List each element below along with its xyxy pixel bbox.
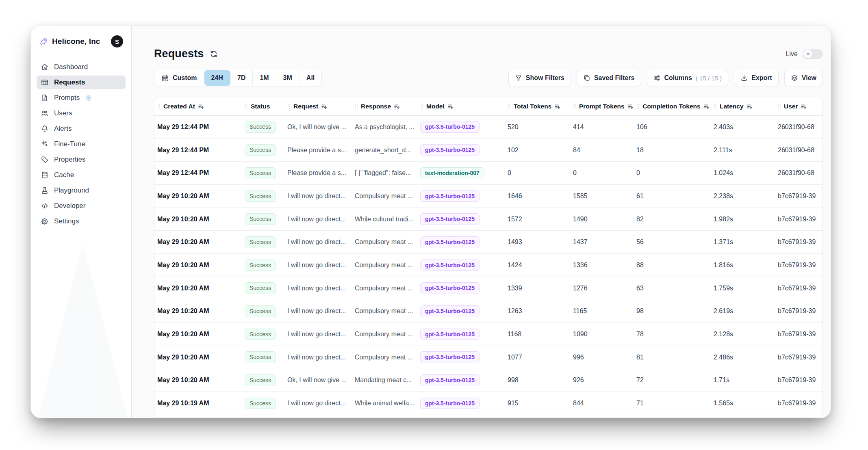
response-cell: Compulsory meat ... — [355, 193, 420, 200]
table-row[interactable]: May 29 10:20 AM Success I will now go di… — [154, 346, 822, 369]
model-badge: gpt-3.5-turbo-0125 — [420, 213, 480, 225]
table-row[interactable]: May 29 12:44 PM Success Ok, I will now g… — [154, 116, 822, 139]
sidebar-item-properties[interactable]: Properties — [37, 153, 126, 167]
time-range-7d[interactable]: 7D — [230, 70, 253, 86]
status-cell: Success — [245, 351, 287, 363]
table-row[interactable]: May 29 10:20 AM Success Ok, I will now g… — [154, 369, 822, 392]
table-row[interactable]: May 29 10:20 AM Success I will now go di… — [154, 208, 822, 231]
model-badge: gpt-3.5-turbo-0125 — [420, 236, 480, 248]
org-switcher[interactable]: Helicone, Inc S — [37, 35, 126, 55]
sort-icon[interactable] — [746, 104, 752, 109]
table-row[interactable]: May 29 12:44 PM Success Please provide a… — [154, 162, 822, 185]
status-cell: Success — [245, 236, 287, 248]
column-header-user[interactable]: User — [778, 103, 822, 110]
time-range-3m[interactable]: 3M — [276, 70, 299, 86]
status-badge: Success — [245, 305, 276, 317]
sidebar-item-alerts[interactable]: Alerts — [37, 122, 126, 136]
prompt-tokens-cell: 84 — [573, 147, 636, 154]
drag-handle-icon[interactable] — [573, 104, 576, 109]
time-range-1m[interactable]: 1M — [253, 70, 276, 86]
column-header-request[interactable]: Request — [287, 103, 355, 110]
drag-handle-icon[interactable] — [508, 104, 511, 109]
response-cell: Compulsory meat ... — [355, 354, 420, 361]
time-range-all[interactable]: All — [299, 70, 321, 86]
created-at-cell: May 29 10:20 AM — [157, 238, 245, 246]
drag-handle-icon[interactable] — [355, 104, 358, 109]
completion-tokens-cell: 81 — [636, 354, 714, 361]
column-header-model[interactable]: Model — [420, 103, 508, 110]
column-header-created-at[interactable]: Created At — [157, 103, 245, 110]
model-cell: gpt-3.5-turbo-0125 — [420, 121, 508, 133]
download-icon — [740, 74, 748, 82]
sort-icon[interactable] — [801, 104, 806, 109]
completion-tokens-cell: 56 — [636, 238, 714, 246]
status-cell: Success — [245, 190, 287, 202]
sidebar-item-dashboard[interactable]: Dashboard — [37, 60, 126, 74]
saved-filters-button[interactable]: Saved Filters — [577, 70, 641, 86]
model-badge: text-moderation-007 — [420, 167, 484, 179]
sidebar-item-developer[interactable]: Developer — [37, 199, 126, 213]
completion-tokens-cell: 0 — [636, 169, 714, 177]
app-window: Helicone, Inc S Dashboard Requests Promp… — [30, 25, 831, 418]
sidebar-item-label: Requests — [54, 78, 85, 87]
request-cell: I will now go direct... — [287, 285, 355, 292]
created-at-cell: May 29 10:20 AM — [157, 285, 245, 292]
table-row[interactable]: May 29 10:20 AM Success I will now go di… — [154, 185, 822, 208]
table-row[interactable]: May 29 10:20 AM Success I will now go di… — [154, 254, 822, 277]
avatar[interactable]: S — [111, 35, 123, 48]
drag-handle-icon[interactable] — [636, 104, 640, 109]
sidebar-item-users[interactable]: Users — [37, 106, 126, 120]
sort-icon[interactable] — [554, 104, 560, 109]
total-tokens-cell: 1646 — [508, 193, 573, 200]
created-at-cell: May 29 10:19 AM — [157, 400, 245, 407]
copy-icon — [583, 74, 590, 82]
sidebar-item-playground[interactable]: Playground — [37, 184, 126, 197]
user-cell: b7c67919-39 — [778, 216, 822, 223]
column-header-response[interactable]: Response — [355, 103, 420, 110]
refresh-icon[interactable] — [209, 50, 218, 58]
drag-handle-icon[interactable] — [157, 104, 161, 109]
time-range-custom-button[interactable]: Custom — [154, 70, 204, 86]
user-cell: b7c67919-39 — [778, 354, 822, 361]
drag-handle-icon[interactable] — [778, 104, 781, 109]
column-header-completion-tokens[interactable]: Completion Tokens — [636, 103, 714, 110]
table-row[interactable]: May 29 10:20 AM Success I will now go di… — [154, 231, 822, 254]
table-body: May 29 12:44 PM Success Ok, I will now g… — [154, 116, 822, 415]
table-row[interactable]: May 29 10:20 AM Success I will now go di… — [154, 323, 822, 346]
sort-icon[interactable] — [198, 104, 204, 109]
sidebar-item-settings[interactable]: Settings — [37, 214, 126, 228]
sidebar-item-prompts[interactable]: Prompts ✦ — [37, 91, 126, 105]
table-row[interactable]: May 29 10:20 AM Success I will now go di… — [154, 277, 822, 300]
column-header-total-tokens[interactable]: Total Tokens — [508, 103, 573, 110]
sort-icon[interactable] — [703, 104, 709, 109]
column-header-status[interactable]: Status — [245, 103, 287, 110]
sort-icon[interactable] — [627, 104, 633, 109]
column-header-latency[interactable]: Latency — [714, 103, 778, 110]
user-cell: b7c67919-39 — [778, 238, 822, 246]
org-name: Helicone, Inc — [52, 37, 107, 46]
table-row[interactable]: May 29 10:20 AM Success I will now go di… — [154, 300, 822, 323]
sidebar-item-requests[interactable]: Requests — [37, 76, 126, 89]
sidebar-item-fine-tune[interactable]: Fine-Tune — [37, 137, 126, 151]
drag-handle-icon[interactable] — [420, 104, 423, 109]
columns-button[interactable]: Columns ( 15 / 15 ) — [647, 70, 729, 86]
view-button[interactable]: View — [784, 70, 823, 86]
drag-handle-icon[interactable] — [245, 104, 248, 109]
status-badge: Success — [245, 213, 276, 225]
prompt-tokens-cell: 1090 — [573, 331, 636, 338]
sort-icon[interactable] — [394, 104, 399, 109]
drag-handle-icon[interactable] — [287, 104, 291, 109]
column-header-prompt-tokens[interactable]: Prompt Tokens — [573, 103, 636, 110]
export-button[interactable]: Export — [734, 70, 779, 86]
prompt-tokens-cell: 844 — [573, 400, 636, 407]
drag-handle-icon[interactable] — [714, 104, 717, 109]
table-row[interactable]: May 29 12:44 PM Success Please provide a… — [154, 139, 822, 162]
show-filters-button[interactable]: Show Filters — [508, 70, 571, 86]
sidebar-item-cache[interactable]: Cache — [37, 168, 126, 182]
live-toggle[interactable] — [803, 49, 823, 59]
time-range-24h[interactable]: 24H — [204, 70, 230, 86]
table-row[interactable]: May 29 10:19 AM Success I will now go di… — [154, 392, 822, 415]
sort-icon[interactable] — [447, 104, 453, 109]
completion-tokens-cell: 71 — [636, 400, 714, 407]
sort-icon[interactable] — [321, 104, 327, 109]
